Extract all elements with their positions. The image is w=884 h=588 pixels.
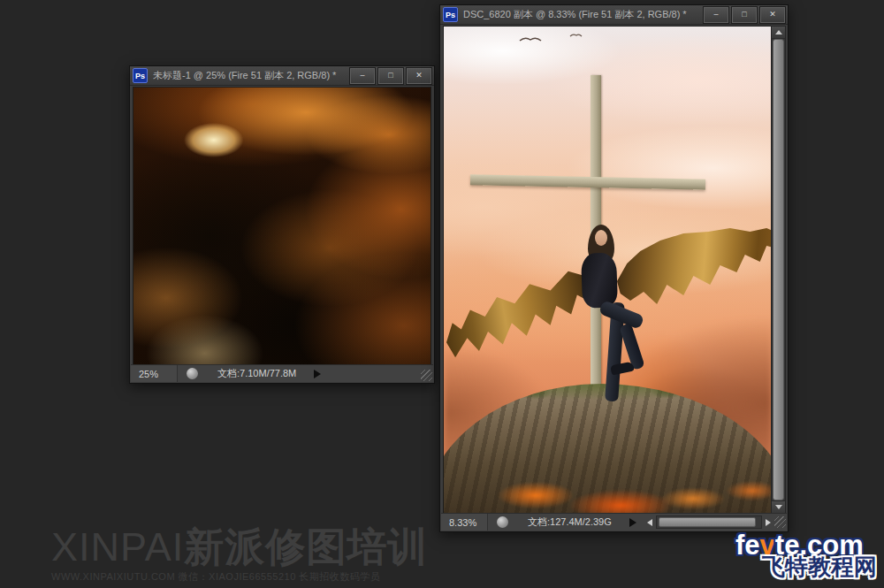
adobe-drive-icon[interactable] <box>187 368 198 379</box>
bird-icon <box>518 34 545 44</box>
minimize-button[interactable]: – <box>350 68 375 84</box>
bird-icon <box>569 32 583 39</box>
adobe-drive-icon[interactable] <box>497 516 508 528</box>
xinpai-contact-line: WWW.XINPAIXIUTU.COM 微信：XIAOJIE66555210 长… <box>51 572 428 582</box>
vertical-scroll-thumb[interactable] <box>773 39 784 500</box>
window-controls: – □ ✕ <box>350 68 431 84</box>
titlebar[interactable]: Ps 未标题-1 @ 25% (Fire 51 副本 2, RGB/8) * –… <box>130 66 434 86</box>
horizontal-scrollbar[interactable] <box>644 514 774 531</box>
status-menu-arrow-icon[interactable] <box>314 370 321 378</box>
zoom-level-field[interactable]: 8.33% <box>441 514 488 531</box>
resize-grip[interactable] <box>774 516 786 528</box>
document-window-untitled: Ps 未标题-1 @ 25% (Fire 51 副本 2, RGB/8) * –… <box>129 65 435 384</box>
window-controls: – □ ✕ <box>704 7 785 23</box>
titlebar[interactable]: Ps DSC_6820 副本 @ 8.33% (Fire 51 副本 2, RG… <box>440 5 788 25</box>
figure-torso <box>581 252 618 308</box>
close-button[interactable]: ✕ <box>760 7 785 23</box>
document-size-info: 文档:127.4M/2.39G <box>528 515 612 529</box>
window-title: 未标题-1 @ 25% (Fire 51 副本 2, RGB/8) * <box>153 69 345 82</box>
document-size-info: 文档:7.10M/77.8M <box>217 367 296 380</box>
status-bar: 8.33% 文档:127.4M/2.39G <box>441 513 787 531</box>
xinpai-watermark: XINPAI新派修图培训 WWW.XINPAIXIUTU.COM 微信：XIAO… <box>51 527 428 582</box>
vertical-scrollbar[interactable] <box>771 26 786 514</box>
status-menu-arrow-icon[interactable] <box>629 518 636 527</box>
fevte-domain-part1: fe <box>735 530 760 561</box>
arrow-up-icon <box>775 30 782 34</box>
xinpai-brand: XINPAI新派修图培训 <box>51 527 428 567</box>
photoshop-icon: Ps <box>133 68 148 83</box>
window-title: DSC_6820 副本 @ 8.33% (Fire 51 副本 2, RGB/8… <box>463 8 698 21</box>
fire-at-hill-base <box>444 458 772 515</box>
fevte-logo: fevte.com 飞特教程网 <box>735 532 877 578</box>
scroll-left-icon[interactable] <box>647 519 652 526</box>
xinpai-brand-latin: XINPAI <box>51 524 184 569</box>
horizontal-scroll-thumb[interactable] <box>659 517 756 527</box>
zoom-level-field[interactable]: 25% <box>131 365 178 382</box>
status-bar: 25% 文档:7.10M/77.8M <box>131 364 433 382</box>
fevte-site-name-cn: 飞特教程网 <box>762 556 877 578</box>
resize-grip[interactable] <box>421 370 432 381</box>
horizontal-scroll-track[interactable] <box>656 515 762 529</box>
document-canvas-fire-texture[interactable] <box>133 87 431 365</box>
scroll-down-button[interactable] <box>772 500 785 513</box>
arrow-down-icon <box>775 505 782 509</box>
scroll-right-icon[interactable] <box>766 519 771 526</box>
minimize-button[interactable]: – <box>704 7 728 23</box>
document-window-dsc6820: Ps DSC_6820 副本 @ 8.33% (Fire 51 副本 2, RG… <box>439 4 789 532</box>
maximize-button[interactable]: □ <box>378 68 403 84</box>
maximize-button[interactable]: □ <box>732 7 757 23</box>
document-canvas-angel-composite[interactable] <box>443 26 773 515</box>
figure-head <box>595 230 607 246</box>
close-button[interactable]: ✕ <box>407 68 431 84</box>
xinpai-brand-cn: 新派修图培训 <box>184 524 428 569</box>
photoshop-icon: Ps <box>443 7 458 22</box>
scroll-up-button[interactable] <box>772 27 785 39</box>
